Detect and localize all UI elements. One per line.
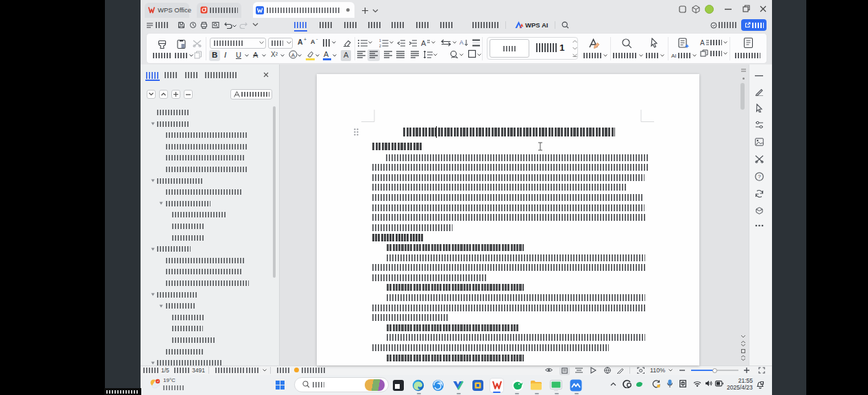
svg-text:A: A [421,39,426,47]
svg-text:1: 1 [379,39,381,43]
svg-text:2: 2 [379,44,381,47]
svg-text:A: A [291,52,296,58]
svg-text:A: A [700,39,705,47]
svg-text:?: ? [758,173,761,180]
svg-text:A: A [459,39,463,46]
